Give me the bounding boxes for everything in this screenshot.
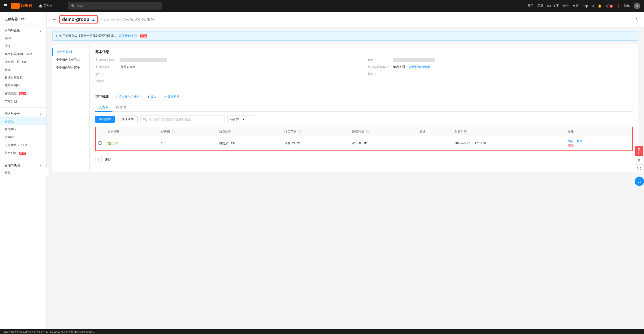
cart-icon[interactable]: 🛒2 <box>605 4 613 8</box>
notice-text: 使用前缀列表提高安全组规则管理的效率， <box>59 34 117 38</box>
fees-link[interactable]: 费用 <box>528 4 534 8</box>
lang-switch[interactable]: 简体 <box>624 4 630 8</box>
sidebar-item-vpc[interactable]: 专有网络 VPC ↗ <box>0 141 46 149</box>
logo-text: 阿里云 <box>21 3 32 8</box>
priority-info-icon[interactable]: ⓘ <box>172 130 174 133</box>
support-link[interactable]: 支持 <box>572 4 579 8</box>
app-link[interactable]: App <box>582 4 588 8</box>
info-value-type: 普通安全组 <box>120 65 136 69</box>
left-nav-instance-list[interactable]: 安全组内实例列表 <box>52 56 89 64</box>
enterprise-link[interactable]: 企业 <box>563 4 569 8</box>
export-icon: ⬇ <box>147 95 150 99</box>
rules-table-container: 授权策略 优先级 ⓘ 协议类型 端口范围 <box>95 127 633 151</box>
workbench-link[interactable]: 🏠 工作台 <box>36 4 55 8</box>
sidebar-item-images[interactable]: 镜像 <box>0 42 46 50</box>
health-check-button[interactable]: ✓ 健康检查 <box>162 94 182 100</box>
info-label-resgroup: 资源组： <box>95 79 118 83</box>
delete-rule-button[interactable]: 删除 <box>568 144 574 147</box>
td-auth-object: 源: 0.0.0.0/0 <box>349 136 416 151</box>
info-label-connectivity: 组内连通策略： <box>368 65 391 69</box>
sidebar-item-keypair[interactable]: 密钥对 <box>0 133 46 141</box>
notice-link[interactable]: 查看最佳实践 <box>119 34 137 38</box>
sidebar-item-eni[interactable]: 弹性网卡 <box>0 125 46 133</box>
td-strategy: ✅ 允许 <box>104 136 158 151</box>
top-nav-right: 费用 工单 ICP 备案 企业 支持 App ✉ 🔔 🛒2 ❓ 简体 Ie <box>528 2 640 9</box>
export-rules-button[interactable]: ⬇ 导出 <box>145 94 158 100</box>
search-icon: 🔍 <box>71 4 75 8</box>
sidebar-item-disk[interactable]: 云盘 <box>0 169 46 177</box>
content-wrapper: 安全组规则 安全组内实例列表 安全组内弹性网卡 基本信息 安全组ID/名称： 网… <box>52 44 638 172</box>
sidebar-section-instances[interactable]: 实例与镜像 ▲ <box>0 26 46 34</box>
float-btn-tools[interactable]: ⛶ <box>635 176 644 186</box>
sidebar-item-resource[interactable]: 资源保障 NEW <box>0 90 46 98</box>
port-info-icon[interactable]: ⓘ <box>298 130 301 133</box>
merge-select[interactable]: 不合并 ▼ <box>227 116 255 123</box>
tab-inbound[interactable]: 入方向 <box>95 103 112 112</box>
table-body: ✅ 允许 1 自定义 TCP 目的: 22/22 源: 0.0.0.0/0 20… <box>96 136 632 151</box>
float-btn-top-red[interactable]: NEW <box>635 146 643 156</box>
batch-delete-button[interactable]: 删除 <box>101 156 115 163</box>
chevron-up-icon-3: ▲ <box>40 164 42 167</box>
td-checkbox <box>96 136 104 151</box>
tab-outbound[interactable]: 出方向 <box>112 103 130 112</box>
th-strategy: 授权策略 <box>104 127 158 136</box>
float-btn-chat[interactable]: 💬 <box>635 165 643 173</box>
set-isolation-link[interactable]: 设置成组内隔离 <box>409 65 430 69</box>
edit-rule-button[interactable]: 编辑 <box>568 139 574 143</box>
sidebar-item-instances[interactable]: 实例 <box>0 34 46 42</box>
info-value-id <box>120 58 167 62</box>
icp-link[interactable]: ICP 备案 <box>547 4 559 8</box>
avatar[interactable]: Ie <box>634 2 640 9</box>
sidebar-section-storage[interactable]: 存储与快照 ▲ <box>0 161 46 169</box>
page-title-box: demo-group ☁ <box>59 15 98 23</box>
left-nav-eni[interactable]: 安全组内弹性网卡 <box>52 64 89 72</box>
th-auth-object: 授权对象 ⓘ <box>349 127 416 136</box>
info-row-id: 安全组ID/名称： <box>95 58 360 62</box>
chevron-up-icon-2: ▲ <box>40 113 42 115</box>
table-header: 授权策略 优先级 ⓘ 协议类型 端口范围 <box>96 127 632 136</box>
basic-info-grid: 安全组ID/名称： 网络： 安全组类型： 普通安全组 组内连通策略： 组内 <box>95 58 633 83</box>
sidebar-section-network[interactable]: 网络与安全 ▲ <box>0 110 46 117</box>
sidebar-section-network-label: 网络与安全 <box>5 112 20 116</box>
right-float-panel: NEW ⊞ 💬 ⛶ <box>635 146 644 188</box>
search-input[interactable] <box>77 4 159 8</box>
sidebar-collapse-btn[interactable]: ‹ <box>44 168 50 177</box>
info-icon: ℹ <box>56 34 58 38</box>
row-checkbox[interactable] <box>98 141 102 145</box>
manual-add-button[interactable]: 手动添加 <box>95 116 115 123</box>
bottom-bar: 删除 <box>95 153 633 166</box>
sidebar-item-yunhe[interactable]: 云盒 <box>0 66 46 74</box>
import-rules-button[interactable]: ⬇ 导入安全组规则 <box>113 94 142 100</box>
global-search[interactable]: 🔍 <box>68 2 162 9</box>
logo[interactable]: 阿里云 <box>11 3 32 9</box>
info-value-network <box>393 58 435 62</box>
rules-search-input[interactable] <box>149 118 222 121</box>
sidebar-item-hpc[interactable]: 超级计算集群 <box>0 74 46 82</box>
mail-icon[interactable]: ✉ <box>592 4 594 8</box>
access-rules-header: 访问规则 ⬇ 导入安全组规则 ⬇ 导出 ✓ 健康检查 <box>95 94 633 100</box>
sidebar-item-ddh[interactable]: 专有宿主机 DDH <box>0 58 46 66</box>
back-button[interactable]: ← <box>52 17 56 22</box>
td-priority: 1 <box>158 136 216 151</box>
sidebar-divider-3 <box>0 159 46 159</box>
workorder-link[interactable]: 工单 <box>537 4 544 8</box>
float-btn-screen[interactable]: ⊞ <box>635 156 643 165</box>
left-nav-security-rules[interactable]: 安全组规则 <box>52 48 89 56</box>
rules-search-box[interactable]: 🔍 <box>140 116 224 123</box>
help-icon[interactable]: ❓ <box>616 4 620 8</box>
sidebar-item-saving[interactable]: 节省计划 <box>0 98 46 106</box>
copy-rule-button[interactable]: 复制 <box>576 139 583 143</box>
th-desc: 描述 <box>416 127 452 136</box>
notification-icon[interactable]: 🔔 <box>598 4 602 8</box>
quick-add-button[interactable]: 快速添加 <box>118 116 138 123</box>
sidebar-item-eci[interactable]: 弹性容器实例 ECI ↗ <box>0 50 46 58</box>
refresh-button[interactable]: ↻ <box>635 17 638 22</box>
sidebar-item-reserved[interactable]: 预留实例券 <box>0 82 46 90</box>
sidebar-item-prefix[interactable]: 前缀列表 NEW <box>0 149 46 157</box>
auth-info-icon[interactable]: ⓘ <box>366 130 369 133</box>
sidebar-item-security-group[interactable]: 安全组 <box>0 117 46 125</box>
bottom-select-all-checkbox[interactable] <box>95 158 98 161</box>
detail-panel: 基本信息 安全组ID/名称： 网络： 安全组类型： 普通安全组 <box>90 44 638 172</box>
hamburger-icon[interactable]: ☰ <box>4 3 8 8</box>
th-actions: 操作 <box>565 127 632 136</box>
